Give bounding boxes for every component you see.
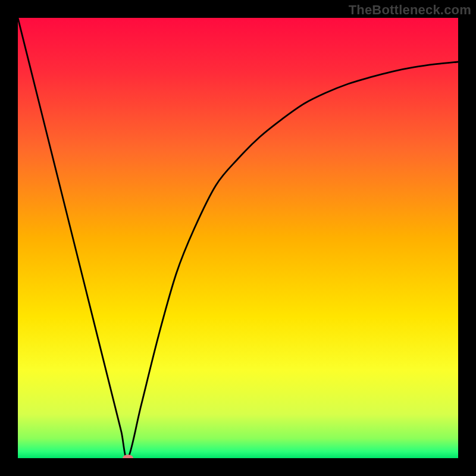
chart-background-gradient (18, 18, 458, 458)
watermark-label: TheBottleneck.com (349, 2, 471, 18)
chart-svg (18, 18, 458, 458)
chart-outer-frame: TheBottleneck.com (0, 0, 476, 476)
chart-plot-area (18, 18, 458, 458)
